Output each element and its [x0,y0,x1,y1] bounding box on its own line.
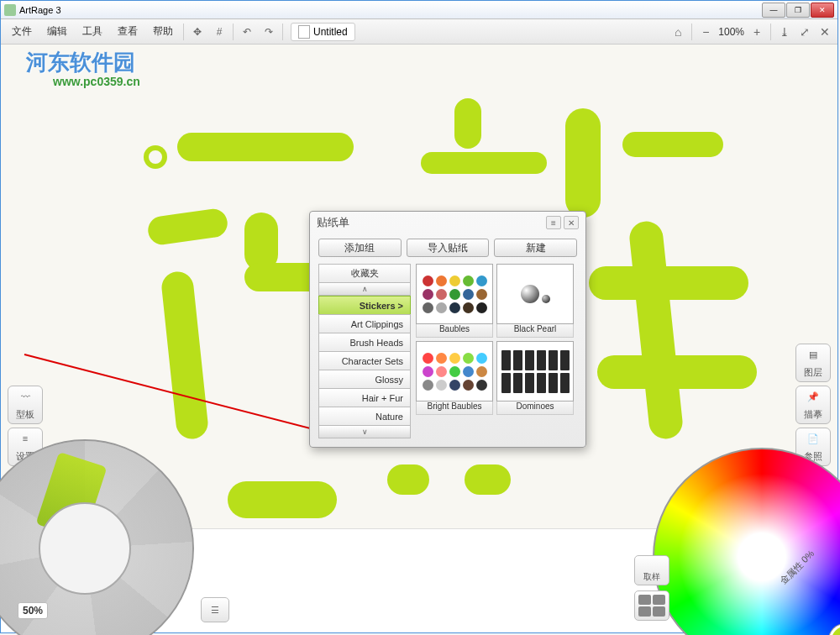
menu-help[interactable]: 帮助 [145,21,181,42]
maximize-button[interactable]: ❐ [786,3,810,18]
menu-file[interactable]: 文件 [4,21,39,42]
menu-close-icon[interactable]: ✕ [816,23,834,41]
close-button[interactable]: ✕ [811,3,834,18]
favorites-item[interactable]: 收藏夹 [318,264,411,282]
undo-icon[interactable]: ↶ [237,22,257,42]
new-button[interactable]: 新建 [494,239,577,257]
titlebar: ArtRage 3 — ❐ ✕ [1,1,837,19]
fullscreen-icon[interactable]: ⤢ [795,23,814,41]
preview-dominoes[interactable]: Dominoes [496,341,574,415]
document-name: Untitled [313,26,348,38]
watermark-text: 河东软件园 [26,48,135,77]
magnet-icon[interactable]: ⌂ [669,23,687,41]
watermark-url: www.pc0359.cn [53,75,140,88]
stencil-icon: 〰 [16,391,34,407]
scroll-up-button[interactable]: ∧ [318,282,411,296]
document-icon [298,25,310,39]
app-icon [4,4,16,16]
stickers-dialog: 贴纸单 ≡ ✕ 添加组 导入贴纸 新建 收藏夹 ∧ Stickers > Art… [309,211,586,448]
zoom-percent[interactable]: 100% [717,26,746,38]
redo-icon[interactable]: ↷ [259,22,279,42]
import-icon[interactable]: ⤓ [775,23,794,41]
minimize-button[interactable]: — [762,3,785,18]
category-list: 收藏夹 ∧ Stickers > Art Clippings Brush Hea… [318,264,411,438]
preview-black-pearl[interactable]: Black Pearl [496,264,574,338]
import-sticker-button[interactable]: 导入贴纸 [407,239,490,257]
category-glossy[interactable]: Glossy [318,370,411,388]
tracing-button[interactable]: 📌描摹 [795,386,831,424]
dialog-menu-icon[interactable]: ≡ [546,216,561,229]
presets-button[interactable]: ☰ [201,597,229,622]
zoom-in-button[interactable]: + [748,23,766,41]
category-character-sets[interactable]: Character Sets [318,351,411,370]
window-title: ArtRage 3 [19,5,61,15]
dialog-title: 贴纸单 [317,215,349,230]
dialog-close-icon[interactable]: ✕ [564,216,579,229]
menu-view[interactable]: 查看 [110,21,145,42]
scroll-down-button[interactable]: ∨ [318,425,411,438]
preview-baubles[interactable]: Baubles [416,264,493,338]
current-color-chip[interactable] [829,624,840,635]
category-stickers[interactable]: Stickers > [318,296,411,314]
add-group-button[interactable]: 添加组 [318,239,402,257]
menubar: 文件 编辑 工具 查看 帮助 ✥ # ↶ ↷ Untitled ⌂ − 100%… [1,19,837,45]
stencils-button[interactable]: 〰型板 [8,386,43,424]
color-swatches[interactable] [634,590,669,621]
menu-edit[interactable]: 编辑 [39,21,75,42]
preview-bright-baubles[interactable]: Bright Baubles [416,341,493,415]
sliders-icon: ≡ [16,433,34,449]
category-brush-heads[interactable]: Brush Heads [318,333,411,351]
layers-button[interactable]: ▤图层 [795,344,831,382]
category-hair-fur[interactable]: Hair + Fur [318,388,411,407]
category-art-clippings[interactable]: Art Clippings [318,314,411,333]
preview-grid: Baubles Black Pearl Bright Baubles [416,264,577,438]
grid-icon[interactable]: # [209,22,229,42]
brush-size-label[interactable]: 50% [18,602,48,619]
category-nature[interactable]: Nature [318,407,411,425]
sample-button[interactable]: 取样 [634,555,669,585]
pin-icon: 📌 [804,391,822,407]
note-icon: 📄 [804,433,822,449]
tool-wheel-center[interactable] [39,502,131,595]
document-tab[interactable]: Untitled [291,23,355,41]
layers-icon: ▤ [804,349,822,365]
menu-tools[interactable]: 工具 [75,21,110,42]
move-tool-icon[interactable]: ✥ [187,22,207,42]
zoom-out-button[interactable]: − [696,23,715,41]
